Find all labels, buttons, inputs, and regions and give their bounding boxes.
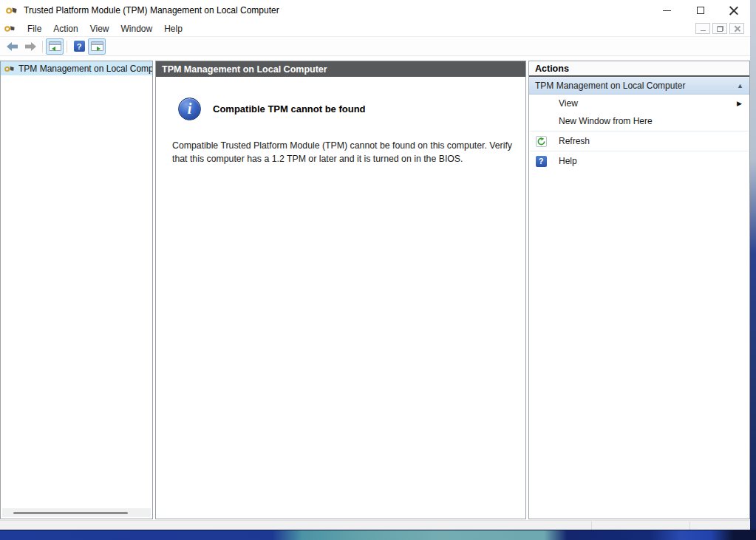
minimize-button[interactable] — [650, 0, 684, 21]
action-item-help[interactable]: ? Help — [529, 152, 749, 170]
toolbar-separator — [67, 41, 67, 52]
menu-item-help[interactable]: Help — [158, 21, 188, 36]
show-action-pane-button[interactable] — [88, 38, 106, 55]
info-icon: i — [178, 98, 201, 120]
minimize-icon — [663, 10, 671, 11]
action-item-view[interactable]: View ▶ — [529, 95, 749, 112]
console-tree-pane: TPM Management on Local Comp — [0, 61, 153, 519]
workspace: TPM Management on Local Comp TPM Managem… — [0, 56, 750, 520]
menu-item-window[interactable]: Window — [115, 21, 159, 36]
action-item-label: Help — [559, 156, 577, 166]
window-title: Trusted Platform Module (TPM) Management… — [24, 5, 279, 16]
action-item-label: Refresh — [559, 136, 590, 146]
mdi-restore-icon — [717, 26, 723, 32]
back-arrow-icon — [7, 42, 18, 51]
show-console-tree-button[interactable] — [46, 38, 64, 55]
mdi-minimize-button[interactable] — [695, 23, 710, 34]
tree-item-label: TPM Management on Local Comp — [18, 64, 152, 74]
toolbar-help-button[interactable]: ? — [70, 38, 88, 55]
menubar: File Action View Window Help — [0, 21, 750, 37]
alert-title: Compatible TPM cannot be found — [213, 103, 366, 115]
actions-section-label: TPM Management on Local Computer — [535, 81, 685, 91]
toolbar-separator — [42, 41, 43, 52]
actions-pane: Actions TPM Management on Local Computer… — [528, 61, 750, 519]
help-icon: ? — [535, 155, 547, 167]
tree-horizontal-scrollbar[interactable] — [2, 508, 151, 517]
tpm-key-icon-small — [4, 23, 16, 34]
scrollbar-thumb[interactable] — [13, 512, 128, 514]
forward-button[interactable] — [21, 38, 39, 55]
close-icon — [729, 6, 738, 15]
submenu-arrow-icon: ▶ — [737, 100, 742, 107]
actions-section-header[interactable]: TPM Management on Local Computer ▲ — [529, 77, 749, 95]
refresh-icon — [535, 135, 547, 147]
menu-item-action[interactable]: Action — [47, 21, 84, 36]
action-item-new-window[interactable]: New Window from Here — [529, 112, 749, 130]
console-tree-icon — [49, 41, 61, 51]
action-item-label: New Window from Here — [559, 116, 653, 126]
actions-separator — [530, 151, 749, 151]
tree-item-tpm-management[interactable]: TPM Management on Local Comp — [1, 61, 152, 75]
forward-arrow-icon — [24, 42, 36, 51]
status-bar — [0, 520, 750, 530]
action-item-refresh[interactable]: Refresh — [529, 132, 749, 150]
desktop-strip — [750, 0, 756, 530]
actions-pane-title: Actions — [529, 61, 749, 77]
actions-separator — [530, 131, 749, 131]
tpm-key-icon — [4, 64, 16, 74]
toolbar: ? — [0, 37, 750, 56]
help-icon: ? — [74, 41, 85, 52]
results-header: TPM Management on Local Computer — [156, 61, 525, 77]
mdi-minimize-icon — [701, 30, 706, 31]
action-pane-icon — [91, 41, 103, 51]
taskbar[interactable] — [0, 530, 756, 540]
alert-body: Compatible Trusted Platform Module (TPM)… — [172, 140, 518, 166]
mdi-restore-button[interactable] — [712, 23, 727, 34]
window-title-bar: Trusted Platform Module (TPM) Management… — [0, 0, 750, 21]
maximize-button[interactable] — [684, 0, 717, 21]
mdi-close-button[interactable] — [729, 23, 744, 34]
collapse-icon[interactable]: ▲ — [737, 82, 743, 89]
action-item-label: View — [559, 98, 578, 109]
status-bar-separator — [689, 522, 690, 530]
results-pane: TPM Management on Local Computer i Compa… — [155, 61, 526, 519]
menu-item-file[interactable]: File — [21, 21, 47, 36]
tpm-key-icon — [6, 4, 18, 16]
maximize-icon — [697, 7, 704, 14]
status-bar-separator — [591, 522, 592, 530]
screen: Trusted Platform Module (TPM) Management… — [0, 0, 756, 540]
menu-item-view[interactable]: View — [84, 21, 115, 36]
close-button[interactable] — [717, 0, 750, 21]
mdi-close-icon — [734, 26, 740, 32]
back-button[interactable] — [4, 38, 21, 55]
